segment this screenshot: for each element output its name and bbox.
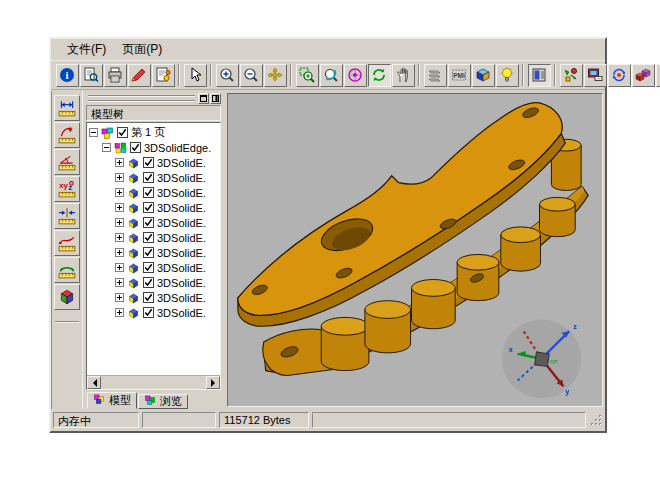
dim-distance-button[interactable]: [54, 203, 80, 229]
solids-button[interactable]: [632, 64, 655, 87]
menu-page[interactable]: 页面(P): [114, 39, 170, 60]
toolbar-separator: [210, 64, 212, 86]
expand-toggle[interactable]: [115, 233, 124, 242]
tree-row-part[interactable]: 3DSolidE.: [89, 275, 220, 290]
menu-file[interactable]: 文件(F): [59, 39, 114, 60]
viewport[interactable]: z x y xyz: [227, 93, 603, 407]
orbit-button[interactable]: [344, 64, 367, 87]
print-button[interactable]: [104, 64, 127, 87]
panel-grip[interactable]: [86, 93, 221, 103]
tree-row-page[interactable]: 第 1 页: [89, 125, 220, 140]
dim-arc-button[interactable]: [54, 257, 80, 283]
scroll-left-button[interactable]: [87, 376, 101, 389]
status-bar: 内存中 115712 Bytes: [51, 409, 605, 431]
tree-row-part[interactable]: 3DSolidE.: [89, 185, 220, 200]
dim-horizontal-button[interactable]: [54, 95, 80, 121]
dim-arc-icon: [58, 261, 76, 279]
pan-icon: [267, 67, 283, 83]
pmi-button[interactable]: PMI: [448, 64, 471, 87]
solid-cube-icon: [127, 247, 140, 259]
toolbar-separator: [178, 64, 180, 86]
dim-distance-icon: [58, 207, 76, 225]
tree-row-part[interactable]: 3DSolidE.: [89, 155, 220, 170]
expand-toggle[interactable]: [115, 278, 124, 287]
view-3d-box-button[interactable]: [54, 284, 80, 310]
tab-model-icon: [93, 394, 109, 407]
visibility-checkbox[interactable]: [143, 172, 154, 183]
visibility-checkbox[interactable]: [143, 187, 154, 198]
zoom-out-button[interactable]: [240, 64, 263, 87]
expand-toggle[interactable]: [115, 173, 124, 182]
dim-horizontal-icon: [58, 99, 76, 117]
assembly-button[interactable]: [560, 64, 583, 87]
bom-button[interactable]: BOM: [656, 64, 660, 87]
visibility-checkbox[interactable]: [143, 247, 154, 258]
update-view-button[interactable]: [608, 64, 631, 87]
panel-float-button[interactable]: [198, 93, 209, 104]
svg-text:PMI: PMI: [453, 72, 465, 79]
tree-row-part[interactable]: 3DSolidE.: [89, 215, 220, 230]
expand-toggle[interactable]: [115, 293, 124, 302]
3d-view[interactable]: z x y xyz: [228, 94, 602, 406]
lighting-button[interactable]: [496, 64, 519, 87]
visibility-checkbox[interactable]: [143, 307, 154, 318]
spin-button[interactable]: [368, 64, 391, 87]
expand-toggle[interactable]: [115, 188, 124, 197]
panel-grip-lines[interactable]: [88, 96, 195, 101]
expand-toggle[interactable]: [115, 218, 124, 227]
visibility-checkbox[interactable]: [143, 232, 154, 243]
expand-toggle[interactable]: [115, 248, 124, 257]
visibility-checkbox[interactable]: [143, 292, 154, 303]
zoom-window-button[interactable]: [296, 64, 319, 87]
tab-label: 浏览: [160, 394, 182, 409]
tree-row-part[interactable]: 3DSolidE.: [89, 170, 220, 185]
dim-radius-button[interactable]: [54, 122, 80, 148]
view-cube-button[interactable]: [472, 64, 495, 87]
tree-row-part[interactable]: 3DSolidE.: [89, 200, 220, 215]
visibility-checkbox[interactable]: [143, 157, 154, 168]
tree-row-part[interactable]: 3DSolidE.: [89, 230, 220, 245]
scroll-right-button[interactable]: [206, 376, 220, 389]
status-field-2: [142, 412, 216, 428]
collapse-toggle[interactable]: [89, 128, 98, 137]
layers-button[interactable]: [424, 64, 447, 87]
resize-grip[interactable]: [590, 413, 603, 426]
dim-curve-button[interactable]: [54, 230, 80, 256]
tab-model[interactable]: 模型: [87, 392, 137, 409]
export-button[interactable]: [152, 64, 175, 87]
open-preview-button[interactable]: [80, 64, 103, 87]
panel-hide-button[interactable]: [210, 93, 221, 104]
visibility-checkbox[interactable]: [143, 262, 154, 273]
expand-toggle[interactable]: [115, 158, 124, 167]
expand-toggle[interactable]: [115, 263, 124, 272]
pan-button[interactable]: [264, 64, 287, 87]
tree-row-part[interactable]: 3DSolidE.: [89, 290, 220, 305]
rotate-view-button[interactable]: [320, 64, 343, 87]
tree-row-part[interactable]: 3DSolidE.: [89, 305, 220, 320]
hand-pan-button[interactable]: [392, 64, 415, 87]
model-tree-toggle-button[interactable]: [528, 64, 551, 87]
annotate-button[interactable]: [128, 64, 151, 87]
dim-coordinate-button[interactable]: xyz: [54, 176, 80, 202]
zoom-in-button[interactable]: [216, 64, 239, 87]
expand-toggle[interactable]: [115, 308, 124, 317]
tree-row-part[interactable]: 3DSolidE.: [89, 245, 220, 260]
tree-row-part[interactable]: 3DSolidE.: [89, 260, 220, 275]
tree-node-label: 3DSolidE.: [157, 292, 206, 304]
visibility-checkbox[interactable]: [117, 127, 128, 138]
visibility-checkbox[interactable]: [130, 142, 141, 153]
collapse-toggle[interactable]: [102, 143, 111, 152]
main-toolbar: iPMIBOM: [51, 60, 605, 90]
visibility-checkbox[interactable]: [143, 277, 154, 288]
screen-print-button[interactable]: [584, 64, 607, 87]
tree-node-label: 3DSolidE.: [157, 262, 206, 274]
visibility-checkbox[interactable]: [143, 217, 154, 228]
tree-row-assembly[interactable]: 3DSolidEdge.: [89, 140, 220, 155]
dim-angle-button[interactable]: [54, 149, 80, 175]
tab-browse[interactable]: 浏览: [138, 394, 188, 409]
expand-toggle[interactable]: [115, 203, 124, 212]
visibility-checkbox[interactable]: [143, 202, 154, 213]
info-button[interactable]: i: [56, 64, 79, 87]
select-button[interactable]: [184, 64, 207, 87]
tree-horizontal-scrollbar[interactable]: [87, 375, 220, 389]
